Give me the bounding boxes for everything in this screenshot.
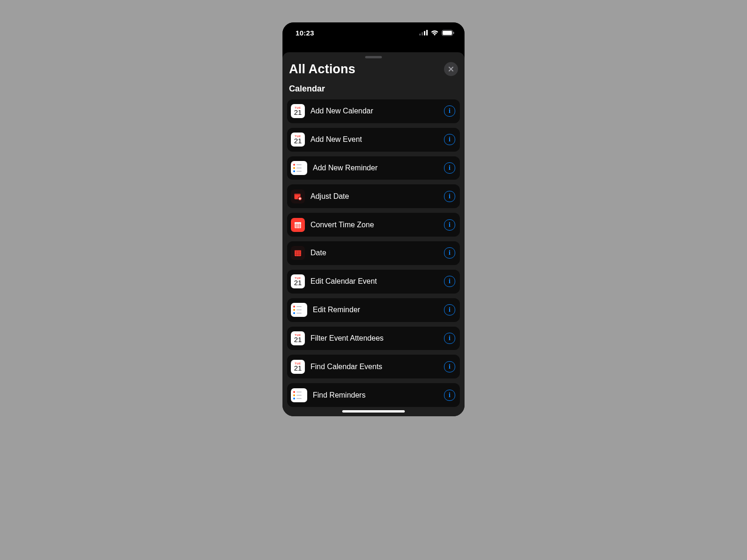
svg-rect-11 bbox=[295, 222, 301, 224]
svg-rect-1 bbox=[422, 32, 423, 35]
reminders-app-icon bbox=[291, 161, 307, 175]
svg-rect-2 bbox=[424, 31, 425, 36]
info-button[interactable]: i bbox=[444, 304, 455, 315]
status-time: 10:23 bbox=[296, 29, 314, 37]
action-row[interactable]: TUE 21 Edit Calendar Eventi bbox=[287, 270, 460, 294]
svg-rect-8 bbox=[295, 194, 301, 195]
calendar-day: 21 bbox=[294, 279, 302, 286]
action-row[interactable]: Find Remindersi bbox=[287, 383, 460, 407]
svg-rect-0 bbox=[419, 34, 421, 35]
action-label: Convert Time Zone bbox=[310, 221, 438, 229]
action-label: Edit Reminder bbox=[313, 306, 438, 314]
info-icon: i bbox=[449, 278, 451, 285]
action-row[interactable]: Add New Reminderi bbox=[287, 156, 460, 180]
sheet-grabber[interactable] bbox=[365, 56, 382, 58]
reminders-app-icon bbox=[291, 388, 307, 402]
calendar-day: 21 bbox=[294, 336, 302, 343]
convert-timezone-icon bbox=[291, 218, 305, 232]
action-label: Add New Reminder bbox=[313, 164, 438, 172]
info-button[interactable]: i bbox=[444, 333, 455, 344]
calendar-day: 21 bbox=[294, 137, 302, 144]
svg-rect-5 bbox=[443, 31, 452, 35]
info-icon: i bbox=[449, 335, 451, 342]
status-bar: 10:23 bbox=[282, 22, 465, 43]
action-label: Find Reminders bbox=[313, 391, 438, 399]
action-label: Filter Event Attendees bbox=[310, 334, 438, 343]
sheet-header: All Actions bbox=[282, 60, 465, 79]
svg-rect-3 bbox=[426, 30, 428, 35]
action-label: Adjust Date bbox=[310, 192, 438, 201]
action-row[interactable]: TUE 21 Filter Event Attendeesi bbox=[287, 327, 460, 350]
svg-rect-6 bbox=[453, 32, 454, 34]
info-icon: i bbox=[449, 392, 451, 399]
action-label: Add New Calendar bbox=[310, 107, 438, 115]
info-button[interactable]: i bbox=[444, 390, 455, 401]
close-icon bbox=[448, 66, 454, 72]
info-button[interactable]: i bbox=[444, 191, 455, 202]
info-button[interactable]: i bbox=[444, 247, 455, 259]
action-label: Date bbox=[310, 249, 438, 257]
info-button[interactable]: i bbox=[444, 219, 455, 231]
wifi-icon bbox=[430, 30, 439, 36]
cellular-icon bbox=[419, 30, 428, 35]
info-icon: i bbox=[449, 250, 451, 256]
info-icon: i bbox=[449, 222, 451, 228]
action-row[interactable]: Convert Time Zonei bbox=[287, 213, 460, 237]
calendar-app-icon: TUE 21 bbox=[291, 360, 305, 374]
calendar-app-icon: TUE 21 bbox=[291, 104, 305, 118]
action-row[interactable]: Edit Reminderi bbox=[287, 298, 460, 322]
info-icon: i bbox=[449, 193, 451, 200]
info-button[interactable]: i bbox=[444, 276, 455, 287]
action-row[interactable]: TUE 21 Add New Eventi bbox=[287, 128, 460, 152]
calendar-app-icon: TUE 21 bbox=[291, 133, 305, 147]
phone-frame: 10:23 All Actions bbox=[282, 22, 465, 416]
calendar-app-icon: TUE 21 bbox=[291, 331, 305, 345]
sheet-title: All Actions bbox=[289, 62, 355, 77]
section-title-calendar: Calendar bbox=[282, 79, 465, 98]
svg-rect-19 bbox=[295, 250, 301, 252]
calendar-app-icon: TUE 21 bbox=[291, 274, 305, 288]
info-icon: i bbox=[449, 307, 451, 313]
battery-icon bbox=[442, 30, 454, 36]
info-icon: i bbox=[449, 364, 451, 370]
actions-sheet: All Actions Calendar TUE 21 Add New Cale… bbox=[282, 52, 465, 416]
reminders-app-icon bbox=[291, 303, 307, 317]
info-button[interactable]: i bbox=[444, 162, 455, 174]
close-button[interactable] bbox=[444, 62, 458, 76]
home-indicator[interactable] bbox=[342, 410, 405, 413]
date-icon bbox=[291, 246, 305, 260]
info-button[interactable]: i bbox=[444, 134, 455, 145]
action-row[interactable]: Adjust Datei bbox=[287, 184, 460, 208]
actions-list: TUE 21 Add New Calendari TUE 21 Add New … bbox=[282, 98, 465, 416]
action-label: Add New Event bbox=[310, 135, 438, 144]
info-icon: i bbox=[449, 108, 451, 114]
adjust-date-icon bbox=[291, 189, 305, 203]
status-right-cluster bbox=[419, 30, 454, 36]
action-label: Edit Calendar Event bbox=[310, 277, 438, 286]
calendar-day: 21 bbox=[294, 109, 302, 116]
calendar-day: 21 bbox=[294, 364, 302, 371]
action-row[interactable]: Datei bbox=[287, 241, 460, 265]
info-button[interactable]: i bbox=[444, 105, 455, 117]
action-row[interactable]: TUE 21 Find Calendar Eventsi bbox=[287, 355, 460, 378]
info-icon: i bbox=[449, 136, 451, 143]
action-label: Find Calendar Events bbox=[310, 363, 438, 371]
action-row[interactable]: TUE 21 Add New Calendari bbox=[287, 99, 460, 123]
info-icon: i bbox=[449, 165, 451, 171]
info-button[interactable]: i bbox=[444, 361, 455, 372]
